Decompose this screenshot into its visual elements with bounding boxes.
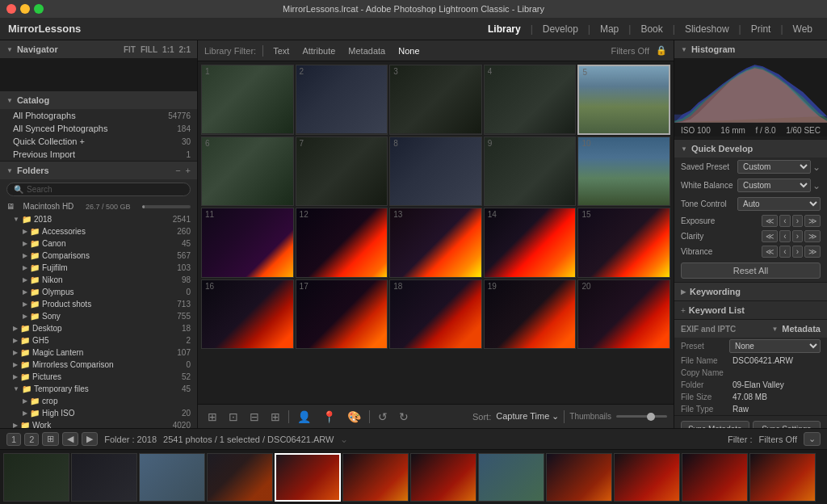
map-pin-btn[interactable]: 📍: [319, 409, 339, 425]
qd-preset-arrow[interactable]: ⌄: [812, 162, 821, 173]
folder-accessories[interactable]: ▶ 📁 Accessories 260: [0, 225, 197, 237]
filmstrip-item-10[interactable]: [614, 453, 680, 502]
histogram-header[interactable]: ▼ Histogram: [674, 40, 827, 58]
rotate-right-btn[interactable]: ↻: [396, 409, 412, 425]
people-btn[interactable]: 👤: [294, 409, 314, 425]
grid-cell-16[interactable]: 16: [201, 279, 294, 349]
filmstrip-item-4[interactable]: [207, 453, 273, 502]
grid-cell-12[interactable]: 12: [296, 208, 388, 277]
grid-cell-17[interactable]: 17: [296, 279, 388, 349]
filter-text[interactable]: Text: [270, 46, 292, 56]
status-back-btn[interactable]: ◀: [62, 432, 78, 446]
grid-cell-5[interactable]: 5: [577, 65, 670, 135]
grid-cell-15[interactable]: 15: [577, 208, 670, 277]
grid-cell-13[interactable]: 13: [389, 208, 482, 277]
grid-cell-14[interactable]: 14: [484, 208, 577, 277]
qd-exposure-u[interactable]: ›: [792, 215, 803, 227]
painter-btn[interactable]: 🎨: [344, 409, 364, 425]
folder-comparisons[interactable]: ▶ 📁 Comparisons 567: [0, 250, 197, 262]
catalog-quick-collection[interactable]: Quick Collection + 30: [0, 135, 197, 148]
nav-print[interactable]: Print: [745, 21, 778, 37]
filmstrip-item-7[interactable]: [410, 453, 476, 502]
status-dropdown-icon[interactable]: ⌄: [340, 434, 348, 445]
qd-vibrance-u[interactable]: ›: [792, 246, 803, 258]
titlebar-buttons[interactable]: [6, 4, 44, 14]
folder-canon[interactable]: ▶ 📁 Canon 45: [0, 237, 197, 250]
grid-cell-20[interactable]: 20: [577, 279, 670, 349]
survey-btn[interactable]: ⊞: [267, 409, 283, 425]
nav-fill[interactable]: FILL: [141, 45, 157, 54]
qd-white-balance-select[interactable]: Custom: [737, 178, 811, 192]
nav-web[interactable]: Web: [787, 21, 819, 37]
qd-vibrance-dd[interactable]: ≪: [762, 246, 778, 258]
filmstrip-item-12[interactable]: [749, 453, 816, 502]
folder-high-iso[interactable]: ▶ 📁 High ISO 20: [0, 407, 197, 419]
qd-tone-select[interactable]: Auto: [737, 197, 821, 211]
folder-olympus[interactable]: ▶ 📁 Olympus 0: [0, 286, 197, 298]
qd-exposure-uu[interactable]: ≫: [804, 215, 821, 227]
qd-saved-preset-select[interactable]: Custom: [737, 160, 811, 174]
catalog-header[interactable]: ▼ Catalog: [0, 91, 197, 109]
lock-icon[interactable]: 🔒: [656, 45, 667, 56]
qd-vibrance-uu[interactable]: ≫: [804, 246, 821, 258]
metadata-header[interactable]: EXIF and IPTC ▼ Metadata: [674, 320, 827, 338]
grid-cell-4[interactable]: 4: [484, 65, 577, 135]
folder-magic-lantern[interactable]: ▶ 📁 Magic Lantern 107: [0, 346, 197, 359]
kl-plus-icon[interactable]: +: [681, 306, 686, 315]
grid-cell-18[interactable]: 18: [389, 279, 482, 349]
status-nav-1[interactable]: 1: [6, 433, 21, 446]
keywording-header[interactable]: ▶ Keywording: [674, 283, 827, 300]
status-grid-btn[interactable]: ⊞: [42, 432, 59, 446]
loupe-view-btn[interactable]: ⊡: [225, 409, 241, 425]
nav-slideshow[interactable]: Slideshow: [678, 21, 736, 37]
folder-2018[interactable]: ▼ 📁 2018 2541: [0, 213, 197, 225]
folders-plus-icon[interactable]: +: [186, 166, 191, 175]
filmstrip-item-5[interactable]: [275, 453, 341, 502]
catalog-previous-import[interactable]: Previous Import 1: [0, 148, 197, 161]
filmstrip-item-3[interactable]: [139, 453, 205, 502]
grid-cell-10[interactable]: 10: [577, 136, 670, 206]
grid-cell-2[interactable]: 2: [296, 65, 388, 135]
qd-clarity-u[interactable]: ›: [792, 230, 803, 242]
catalog-synced[interactable]: All Synced Photographs 184: [0, 122, 197, 135]
filmstrip-item-11[interactable]: [682, 453, 748, 502]
filmstrip-item-8[interactable]: [478, 453, 544, 502]
folders-minus-icon[interactable]: −: [175, 166, 180, 175]
nav-1-1[interactable]: 1:1: [162, 45, 174, 54]
qd-exposure-d[interactable]: ‹: [779, 215, 790, 227]
filter-metadata[interactable]: Metadata: [345, 46, 388, 56]
filmstrip-item-9[interactable]: [546, 453, 612, 502]
status-nav-2[interactable]: 2: [24, 433, 39, 446]
grid-cell-9[interactable]: 9: [484, 136, 577, 206]
compare-btn[interactable]: ⊟: [246, 409, 262, 425]
maximize-button[interactable]: [34, 4, 44, 14]
nav-develop[interactable]: Develop: [536, 21, 585, 37]
nav-map[interactable]: Map: [594, 21, 625, 37]
qd-clarity-dd[interactable]: ≪: [762, 230, 778, 242]
folder-sony[interactable]: ▶ 📁 Sony 755: [0, 310, 197, 322]
close-button[interactable]: [6, 4, 16, 14]
folder-crop[interactable]: ▶ 📁 crop: [0, 395, 197, 407]
folder-desktop[interactable]: ▶ 📁 Desktop 18: [0, 322, 197, 334]
keyword-list-header[interactable]: + Keyword List: [674, 301, 827, 319]
quick-develop-header[interactable]: ▼ Quick Develop: [674, 140, 827, 158]
filmstrip-item-6[interactable]: [342, 453, 409, 502]
folder-pictures[interactable]: ▶ 📁 Pictures 52: [0, 371, 197, 383]
qd-clarity-d[interactable]: ‹: [779, 230, 790, 242]
grid-cell-11[interactable]: 11: [201, 208, 294, 277]
folder-product-shots[interactable]: ▶ 📁 Product shots 713: [0, 298, 197, 310]
folder-gh5[interactable]: ▶ 📁 GH5 2: [0, 334, 197, 346]
qd-vibrance-d[interactable]: ‹: [779, 246, 790, 258]
grid-cell-3[interactable]: 3: [389, 65, 482, 135]
folder-temp[interactable]: ▼ 📁 Temporary files 45: [0, 383, 197, 395]
nav-book[interactable]: Book: [634, 21, 669, 37]
status-filter-options[interactable]: ⌄: [804, 432, 821, 446]
nav-library[interactable]: Library: [481, 21, 527, 37]
folder-fujifilm[interactable]: ▶ 📁 Fujifilm 103: [0, 262, 197, 274]
sort-value[interactable]: Capture Time ⌄: [496, 411, 559, 422]
qd-exposure-dd[interactable]: ≪: [762, 215, 778, 227]
filter-none[interactable]: None: [395, 46, 422, 56]
grid-cell-6[interactable]: 6: [201, 136, 294, 206]
grid-cell-8[interactable]: 8: [389, 136, 482, 206]
folders-header[interactable]: ▼ Folders − +: [0, 162, 197, 179]
